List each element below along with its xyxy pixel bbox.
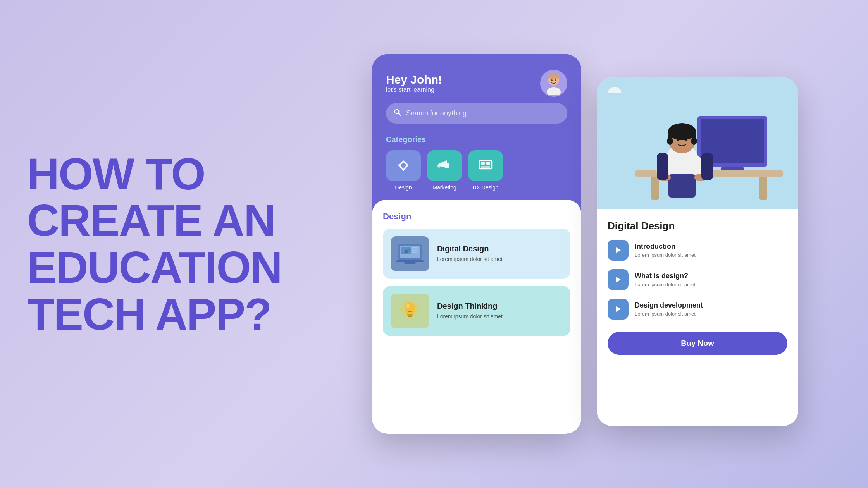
lesson-info-1: Introduction Lorem ipsum dolor sit amet — [635, 242, 696, 258]
category-marketing[interactable]: Marketing — [427, 150, 462, 191]
svg-rect-23 — [396, 260, 424, 262]
search-placeholder: Search for anything — [406, 109, 467, 117]
svg-rect-42 — [760, 177, 767, 200]
lesson-desc-3: Lorem ipsum dolor sit amet — [635, 311, 703, 317]
svg-point-1 — [548, 73, 559, 79]
svg-rect-48 — [691, 137, 697, 145]
svg-marker-56 — [616, 277, 621, 282]
digital-design-thumb — [394, 240, 425, 267]
ux-icon — [477, 157, 494, 174]
card-thumb-digital — [391, 236, 429, 271]
course-card-digital-design[interactable]: Digital Design Lorem ipsum dolor sit ame… — [383, 229, 570, 279]
phone2-content: Digital Design Introduction Lorem ipsum … — [597, 209, 798, 426]
svg-rect-41 — [651, 177, 659, 200]
course-card-design-thinking[interactable]: Design Thinking Lorem ipsum dolor sit am… — [383, 286, 570, 336]
lesson-title-3: Design development — [635, 301, 703, 309]
lesson-desc-1: Lorem ipsum dolor sit amet — [635, 252, 696, 258]
svg-rect-9 — [447, 163, 449, 168]
svg-rect-28 — [407, 314, 413, 316]
svg-point-26 — [405, 302, 415, 314]
svg-rect-12 — [481, 162, 485, 165]
design-thinking-thumb — [394, 297, 425, 325]
hero-illustration — [597, 93, 798, 209]
lesson-item-1[interactable]: Introduction Lorem ipsum dolor sit amet — [608, 240, 787, 261]
svg-rect-53 — [657, 153, 668, 180]
phone-1: Hey John! let's start learning — [372, 54, 581, 434]
category-ux[interactable]: UX Design — [468, 150, 503, 191]
buy-now-button[interactable]: Buy Now — [608, 332, 787, 355]
design-icon — [395, 157, 412, 174]
design-section-label: Design — [383, 211, 570, 222]
categories-title: Categories — [386, 135, 567, 144]
phone1-greeting: Hey John! let's start learning — [386, 73, 442, 93]
category-design-icon-box — [386, 150, 421, 181]
search-icon — [394, 108, 401, 118]
left-section: HOW TO CREATE AN EDUCATION TECH APP? — [27, 151, 298, 338]
phone2-hero: ‹ ··· — [597, 77, 798, 209]
category-ux-label: UX Design — [473, 184, 499, 191]
user-avatar — [540, 70, 567, 97]
main-container: HOW TO CREATE AN EDUCATION TECH APP? Hey… — [27, 31, 841, 457]
svg-point-2 — [547, 87, 561, 95]
categories-row: Design Marketing — [386, 150, 567, 191]
right-section: Hey John! let's start learning — [329, 31, 841, 457]
lesson-info-3: Design development Lorem ipsum dolor sit… — [635, 301, 703, 317]
lesson-info-2: What is design? Lorem ipsum dolor sit am… — [635, 272, 696, 287]
card-thumb-thinking — [391, 294, 429, 328]
svg-rect-29 — [408, 316, 412, 317]
marketing-icon — [436, 157, 453, 174]
card-desc-thinking: Lorem ipsum dolor sit amet — [437, 313, 503, 321]
card-title-digital: Digital Design — [437, 244, 503, 253]
phone1-header: Hey John! let's start learning — [386, 70, 567, 97]
svg-rect-54 — [701, 153, 713, 180]
svg-rect-44 — [668, 174, 696, 198]
svg-rect-13 — [486, 162, 490, 165]
avatar-svg — [542, 72, 565, 95]
phone-2: ‹ ··· — [597, 77, 798, 426]
play-icon-2 — [614, 276, 622, 284]
card-title-thinking: Design Thinking — [437, 302, 503, 311]
play-btn-3[interactable] — [608, 299, 629, 320]
greeting-subtitle: let's start learning — [386, 86, 442, 93]
play-btn-1[interactable] — [608, 240, 629, 261]
greeting-text: Hey John! — [386, 73, 442, 86]
card-info-thinking: Design Thinking Lorem ipsum dolor sit am… — [437, 302, 503, 321]
play-icon-3 — [614, 305, 622, 313]
play-btn-2[interactable] — [608, 269, 629, 290]
svg-rect-24 — [404, 262, 416, 264]
lesson-item-3[interactable]: Design development Lorem ipsum dolor sit… — [608, 299, 787, 320]
phone1-top: Hey John! let's start learning — [372, 54, 581, 135]
lesson-title-1: Introduction — [635, 242, 696, 251]
svg-point-3 — [551, 79, 553, 81]
lesson-desc-2: Lorem ipsum dolor sit amet — [635, 282, 696, 287]
svg-point-50 — [685, 139, 687, 141]
category-marketing-icon-box — [427, 150, 462, 181]
svg-marker-57 — [616, 306, 621, 312]
category-design-label: Design — [395, 184, 412, 191]
play-icon-1 — [614, 246, 622, 254]
phone2-course-title: Digital Design — [608, 220, 787, 232]
svg-point-49 — [677, 139, 679, 141]
phone1-bottom: Design — [372, 200, 581, 434]
svg-line-31 — [416, 301, 417, 302]
svg-point-4 — [555, 79, 556, 81]
lesson-item-2[interactable]: What is design? Lorem ipsum dolor sit am… — [608, 269, 787, 290]
lesson-title-2: What is design? — [635, 272, 696, 280]
phone1-categories: Categories Design — [372, 135, 581, 200]
search-bar[interactable]: Search for anything — [386, 103, 567, 124]
svg-line-6 — [399, 113, 401, 116]
svg-rect-47 — [667, 137, 673, 145]
svg-point-10 — [437, 164, 441, 168]
headline: HOW TO CREATE AN EDUCATION TECH APP? — [27, 151, 298, 338]
svg-rect-14 — [481, 166, 490, 168]
svg-point-27 — [406, 304, 410, 308]
category-ux-icon-box — [468, 150, 503, 181]
card-desc-digital: Lorem ipsum dolor sit amet — [437, 256, 503, 263]
category-marketing-label: Marketing — [432, 184, 456, 191]
svg-marker-55 — [616, 247, 621, 253]
category-design[interactable]: Design — [386, 150, 421, 191]
svg-line-34 — [403, 301, 404, 302]
card-info-digital: Digital Design Lorem ipsum dolor sit ame… — [437, 244, 503, 263]
